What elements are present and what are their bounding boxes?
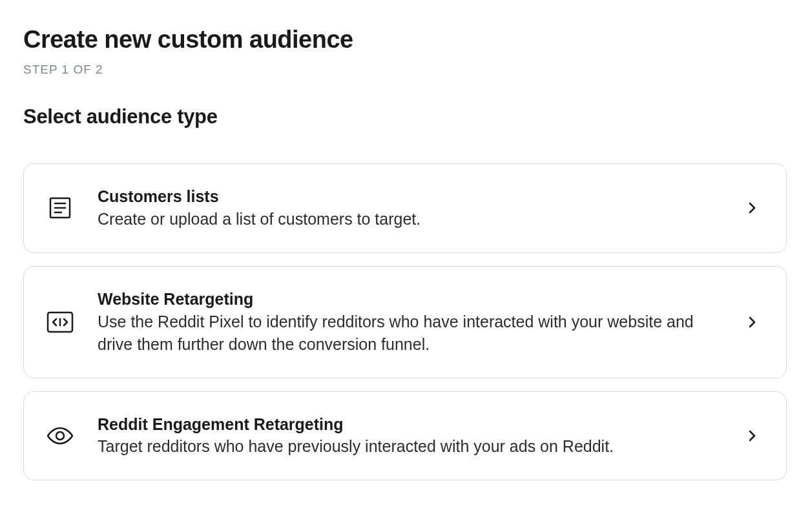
option-text: Reddit Engagement Retargeting Target red… [74, 414, 745, 458]
option-text: Customers lists Create or upload a list … [74, 186, 745, 230]
option-reddit-engagement-retargeting[interactable]: Reddit Engagement Retargeting Target red… [23, 391, 787, 481]
option-website-retargeting[interactable]: Website Retargeting Use the Reddit Pixel… [23, 266, 787, 378]
option-title: Website Retargeting [98, 289, 729, 311]
section-title: Select audience type [23, 105, 787, 128]
chevron-right-icon [745, 314, 760, 330]
chevron-right-icon [745, 200, 760, 216]
option-customers-lists[interactable]: Customers lists Create or upload a list … [23, 163, 787, 253]
option-description: Use the Reddit Pixel to identify reddito… [98, 311, 729, 356]
option-title: Customers lists [98, 186, 729, 208]
svg-point-6 [56, 432, 64, 440]
list-icon [46, 194, 74, 222]
option-description: Create or upload a list of customers to … [98, 208, 729, 230]
option-title: Reddit Engagement Retargeting [98, 414, 729, 436]
option-description: Target redditors who have previously int… [98, 435, 729, 458]
chevron-right-icon [745, 428, 760, 444]
page-title: Create new custom audience [23, 26, 787, 54]
option-text: Website Retargeting Use the Reddit Pixel… [74, 289, 745, 356]
code-icon [46, 308, 74, 336]
audience-type-options: Customers lists Create or upload a list … [23, 163, 787, 480]
step-indicator: STEP 1 OF 2 [23, 63, 787, 77]
eye-icon [46, 422, 74, 450]
